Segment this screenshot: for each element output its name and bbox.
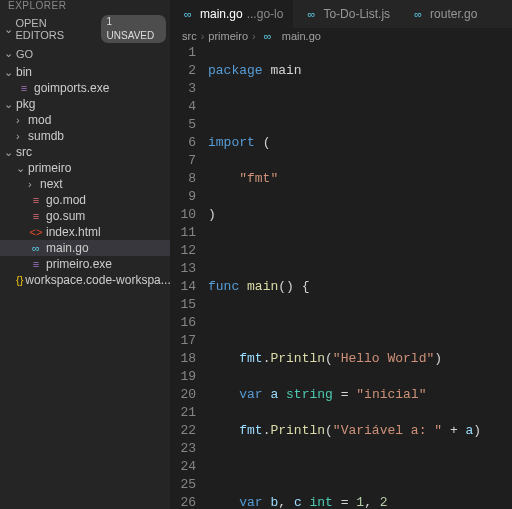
folder-label: src bbox=[16, 145, 32, 159]
chevron-down-icon: ⌄ bbox=[4, 98, 16, 111]
folder-bin[interactable]: ⌄ bin bbox=[0, 64, 170, 80]
chevron-down-icon: ⌄ bbox=[4, 47, 16, 60]
tab-suffix: ...go-lo bbox=[247, 7, 284, 21]
breadcrumb-item[interactable]: primeiro bbox=[208, 30, 248, 42]
go-icon: ∞ bbox=[410, 8, 426, 20]
folder-label: bin bbox=[16, 65, 32, 79]
file-tree: ⌄ bin ≡ goimports.exe ⌄ pkg › mod › sumd… bbox=[0, 62, 170, 288]
exe-icon: ≡ bbox=[28, 258, 44, 270]
folder-src[interactable]: ⌄ src bbox=[0, 144, 170, 160]
open-editors-header[interactable]: ⌄ OPEN EDITORS 1 UNSAVED bbox=[0, 13, 170, 45]
folder-label: mod bbox=[28, 113, 51, 127]
file-label: go.mod bbox=[46, 193, 86, 207]
file-go-mod[interactable]: ≡ go.mod bbox=[0, 192, 170, 208]
folder-mod[interactable]: › mod bbox=[0, 112, 170, 128]
tab-bar: ∞ main.go ...go-lo ∞ To-Do-List.js ∞ rou… bbox=[170, 0, 512, 28]
breadcrumb-item[interactable]: src bbox=[182, 30, 197, 42]
exe-icon: ≡ bbox=[16, 82, 32, 94]
folder-primeiro[interactable]: ⌄ primeiro bbox=[0, 160, 170, 176]
open-editors-label: OPEN EDITORS bbox=[15, 17, 94, 41]
project-section-label: GO bbox=[16, 48, 33, 60]
chevron-right-icon: › bbox=[16, 114, 28, 126]
json-icon: {} bbox=[16, 274, 23, 286]
project-section-header[interactable]: ⌄ GO bbox=[0, 45, 170, 62]
tab-label: main.go bbox=[200, 7, 243, 21]
chevron-down-icon: ⌄ bbox=[4, 66, 16, 79]
explorer-label: EXPLORER bbox=[0, 0, 170, 13]
chevron-right-icon: › bbox=[28, 178, 40, 190]
chevron-down-icon: ⌄ bbox=[4, 23, 15, 36]
file-label: index.html bbox=[46, 225, 101, 239]
file-label: primeiro.exe bbox=[46, 257, 112, 271]
file-label: main.go bbox=[46, 241, 89, 255]
tab-main-go[interactable]: ∞ main.go ...go-lo bbox=[170, 0, 293, 28]
file-label: go.sum bbox=[46, 209, 85, 223]
tab-label: To-Do-List.js bbox=[323, 7, 390, 21]
chevron-down-icon: ⌄ bbox=[16, 162, 28, 175]
file-go-sum[interactable]: ≡ go.sum bbox=[0, 208, 170, 224]
folder-label: pkg bbox=[16, 97, 35, 111]
folder-sumdb[interactable]: › sumdb bbox=[0, 128, 170, 144]
folder-label: sumdb bbox=[28, 129, 64, 143]
breadcrumb[interactable]: src › primeiro › ∞ main.go bbox=[170, 28, 512, 44]
breadcrumb-item[interactable]: main.go bbox=[282, 30, 321, 42]
tab-to-do-list[interactable]: ∞ To-Do-List.js bbox=[293, 0, 400, 28]
line-gutter: 123 456 789 101112 131415 161718 192021 … bbox=[170, 44, 208, 509]
go-icon: ∞ bbox=[180, 8, 196, 20]
go-icon: ∞ bbox=[28, 242, 44, 254]
folder-label: primeiro bbox=[28, 161, 71, 175]
folder-next[interactable]: › next bbox=[0, 176, 170, 192]
file-main-go[interactable]: ∞ main.go bbox=[0, 240, 170, 256]
chevron-down-icon: ⌄ bbox=[4, 146, 16, 159]
folder-pkg[interactable]: ⌄ pkg bbox=[0, 96, 170, 112]
html-icon: <> bbox=[28, 226, 44, 238]
code-editor[interactable]: 123 456 789 101112 131415 161718 192021 … bbox=[170, 44, 512, 509]
file-goimports-exe[interactable]: ≡ goimports.exe bbox=[0, 80, 170, 96]
file-label: goimports.exe bbox=[34, 81, 109, 95]
file-primeiro-exe[interactable]: ≡ primeiro.exe bbox=[0, 256, 170, 272]
sum-icon: ≡ bbox=[28, 210, 44, 222]
mod-icon: ≡ bbox=[28, 194, 44, 206]
chevron-right-icon: › bbox=[16, 130, 28, 142]
tab-router-go[interactable]: ∞ router.go bbox=[400, 0, 487, 28]
file-workspace[interactable]: {} workspace.code-workspa... bbox=[0, 272, 170, 288]
chevron-right-icon: › bbox=[252, 30, 256, 42]
go-icon: ∞ bbox=[303, 8, 319, 20]
unsaved-badge: 1 UNSAVED bbox=[101, 15, 166, 43]
go-icon: ∞ bbox=[260, 30, 276, 42]
file-index-html[interactable]: <> index.html bbox=[0, 224, 170, 240]
code-content[interactable]: package main import ( "fmt" ) func main(… bbox=[208, 44, 512, 509]
file-label: workspace.code-workspa... bbox=[25, 273, 170, 287]
tab-label: router.go bbox=[430, 7, 477, 21]
folder-label: next bbox=[40, 177, 63, 191]
chevron-right-icon: › bbox=[201, 30, 205, 42]
